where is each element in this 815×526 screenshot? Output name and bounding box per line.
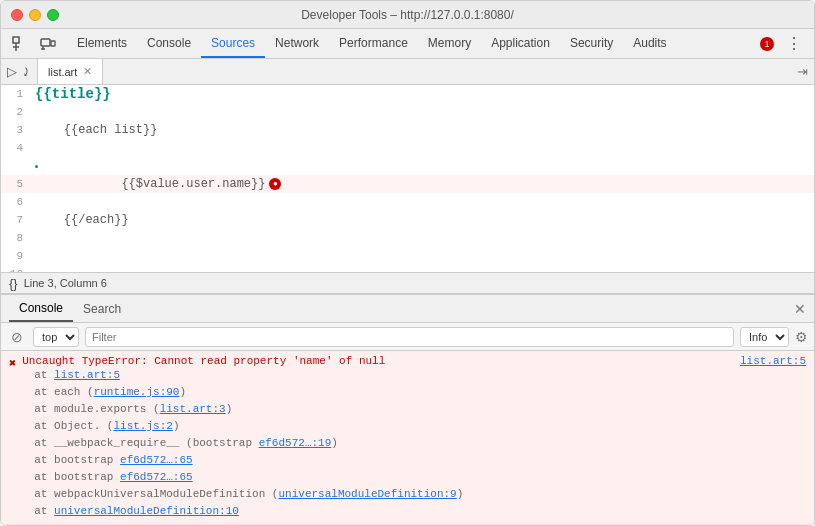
- status-brackets-icon: {}: [9, 276, 18, 291]
- stack-link[interactable]: universalModuleDefinition:10: [54, 505, 239, 517]
- line-number: 8: [1, 229, 31, 247]
- tab-application[interactable]: Application: [481, 29, 560, 58]
- status-bar: {} Line 3, Column 6: [1, 272, 814, 294]
- device-icon[interactable]: [37, 33, 59, 55]
- code-area[interactable]: 1{{title}}23 {{each list}}4 5 {{$value.u…: [1, 85, 814, 272]
- tab-performance[interactable]: Performance: [329, 29, 418, 58]
- source-file-tab[interactable]: list.art ✕: [38, 59, 103, 84]
- line-number: 3: [1, 121, 31, 139]
- source-file-name: list.art: [48, 66, 77, 78]
- line-content: {{/each}}: [31, 211, 814, 229]
- stack-line: at bootstrap ef6d572…:65: [34, 452, 806, 469]
- gear-icon[interactable]: ⚙: [795, 329, 808, 345]
- stack-link[interactable]: runtime.js:90: [94, 386, 180, 398]
- console-output: ✖ Uncaught TypeError: Cannot read proper…: [1, 351, 814, 525]
- devtools-window: Developer Tools – http://127.0.0.1:8080/: [0, 0, 815, 526]
- code-line: 3 {{each list}}: [1, 121, 814, 139]
- tab-elements[interactable]: Elements: [67, 29, 137, 58]
- source-tab-right: ⇥: [791, 59, 814, 84]
- error-badge: 1: [760, 37, 774, 51]
- traffic-lights: [11, 9, 59, 21]
- line-number: 5: [1, 175, 31, 193]
- tab-console[interactable]: Console: [137, 29, 201, 58]
- stack-link[interactable]: list.js:2: [113, 420, 172, 432]
- stack-link[interactable]: universalModuleDefinition:9: [278, 488, 456, 500]
- titlebar: Developer Tools – http://127.0.0.1:8080/: [1, 1, 814, 29]
- stack-line: at list.art:5: [34, 367, 806, 384]
- line-content: [31, 139, 814, 175]
- stack-link[interactable]: ef6d572…:65: [120, 454, 193, 466]
- line-content: {{$value.user.name}}●: [31, 175, 814, 193]
- error-file-ref[interactable]: list.art:5: [740, 355, 806, 367]
- close-tab-icon[interactable]: ✕: [83, 65, 92, 78]
- code-line: 8: [1, 229, 814, 247]
- error-count: 1: [760, 37, 774, 51]
- window-title: Developer Tools – http://127.0.0.1:8080/: [301, 8, 514, 22]
- svg-rect-4: [51, 41, 55, 46]
- close-button[interactable]: [11, 9, 23, 21]
- stack-link[interactable]: ef6d572…:19: [259, 437, 332, 449]
- block-icon[interactable]: ⊘: [7, 327, 27, 347]
- svg-rect-3: [41, 39, 50, 46]
- tab-search[interactable]: Search: [73, 295, 131, 322]
- code-line: 5 {{$value.user.name}}●: [1, 175, 814, 193]
- level-select[interactable]: Info: [740, 327, 789, 347]
- toolbar-icons: [9, 33, 59, 55]
- code-line: 7 {{/each}}: [1, 211, 814, 229]
- svg-rect-0: [13, 37, 19, 43]
- tab-network[interactable]: Network: [265, 29, 329, 58]
- line-number: 6: [1, 193, 31, 211]
- code-line: 1{{title}}: [1, 85, 814, 103]
- stack-line: at __webpack_require__ (bootstrap ef6d57…: [34, 435, 806, 452]
- minimize-button[interactable]: [29, 9, 41, 21]
- tab-audits[interactable]: Audits: [623, 29, 676, 58]
- stack-line: at module.exports (list.art:3): [34, 401, 806, 418]
- maximize-button[interactable]: [47, 9, 59, 21]
- line-number: 1: [1, 85, 31, 103]
- error-row: ✖ Uncaught TypeError: Cannot read proper…: [1, 351, 814, 525]
- line-number: 9: [1, 247, 31, 265]
- console-panel: Console Search ✕ ⊘ top Info ⚙ ✖: [1, 295, 814, 525]
- error-stack: at list.art:5at each (runtime.js:90)at m…: [22, 367, 806, 520]
- source-tabs-bar: ▷ ⤸ list.art ✕ ⇥: [1, 59, 814, 85]
- tab-bar: Elements Console Sources Network Perform…: [1, 29, 814, 59]
- expand-icon[interactable]: ⇥: [797, 64, 808, 79]
- error-triangle-icon: ✖: [9, 356, 16, 371]
- context-select[interactable]: top: [33, 327, 79, 347]
- console-close-icon[interactable]: ✕: [794, 301, 806, 317]
- console-toolbar: ⊘ top Info ⚙: [1, 323, 814, 351]
- more-button[interactable]: ⋮: [782, 34, 806, 53]
- line-content: [31, 193, 814, 211]
- inspect-icon[interactable]: [9, 33, 31, 55]
- console-tabs-bar: Console Search ✕: [1, 295, 814, 323]
- step-icon[interactable]: ⤸: [21, 65, 31, 79]
- tab-console-inner[interactable]: Console: [9, 295, 73, 322]
- code-line: 4: [1, 139, 814, 175]
- nav-tabs: Elements Console Sources Network Perform…: [67, 29, 677, 58]
- tab-sources[interactable]: Sources: [201, 29, 265, 58]
- tab-memory[interactable]: Memory: [418, 29, 481, 58]
- toolbar-right: 1 ⋮: [760, 34, 806, 53]
- stack-link[interactable]: ef6d572…:65: [120, 471, 193, 483]
- code-line: 6: [1, 193, 814, 211]
- status-text: Line 3, Column 6: [24, 277, 107, 289]
- stack-line: at each (runtime.js:90): [34, 384, 806, 401]
- source-left-icons: ▷ ⤸: [1, 59, 38, 84]
- source-panel: ▷ ⤸ list.art ✕ ⇥ 1{{title}}23 {{each lis…: [1, 59, 814, 295]
- stack-link[interactable]: list.art:3: [160, 403, 226, 415]
- line-number: 7: [1, 211, 31, 229]
- stack-line: at universalModuleDefinition:10: [34, 503, 806, 520]
- line-content: {{each list}}: [31, 121, 814, 139]
- code-line: 9: [1, 247, 814, 265]
- line-content: {{title}}: [31, 85, 814, 103]
- code-line: 2: [1, 103, 814, 121]
- line-number: 4: [1, 139, 31, 157]
- stack-link[interactable]: list.art:5: [54, 369, 120, 381]
- pause-icon[interactable]: ▷: [7, 64, 17, 79]
- tab-security[interactable]: Security: [560, 29, 623, 58]
- stack-line: at bootstrap ef6d572…:65: [34, 469, 806, 486]
- filter-input[interactable]: [85, 327, 734, 347]
- code-line: 10: [1, 265, 814, 272]
- line-number: 10: [1, 265, 31, 272]
- main-content: ▷ ⤸ list.art ✕ ⇥ 1{{title}}23 {{each lis…: [1, 59, 814, 525]
